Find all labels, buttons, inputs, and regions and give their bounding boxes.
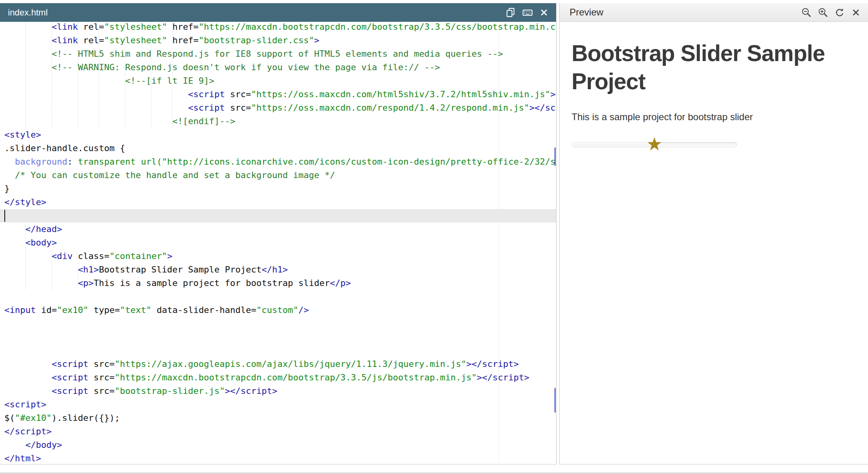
code-line[interactable]: <!-- HTML5 shim and Respond.js for IE8 s… (0, 47, 556, 61)
code-token (4, 35, 52, 45)
code-token: ).slider({}); (52, 413, 120, 423)
code-token: </head> (25, 224, 62, 234)
code-token (4, 359, 52, 369)
code-token: "https://maxcdn.bootstrapcdn.com/bootstr… (115, 372, 477, 382)
code-token (4, 76, 125, 86)
slider-selection (572, 142, 654, 147)
code-token: </p> (330, 278, 351, 288)
code-token: <!--[if lt IE 9]> (125, 76, 214, 86)
code-token: background (15, 157, 67, 167)
keyboard-icon[interactable] (522, 7, 533, 18)
code-token: </h1> (262, 265, 288, 274)
code-token (4, 224, 25, 234)
code-line[interactable]: background: transparent url("http://icon… (0, 155, 556, 169)
code-line[interactable]: <script> (0, 398, 556, 411)
close-icon[interactable] (539, 8, 549, 17)
code-token: type= (88, 305, 120, 315)
code-line[interactable]: </style> (0, 196, 556, 209)
code-line[interactable] (0, 344, 556, 357)
pages-icon[interactable] (505, 7, 516, 18)
refresh-icon[interactable] (834, 7, 845, 18)
code-line[interactable]: } (0, 182, 556, 196)
zoom-in-icon[interactable] (818, 7, 828, 18)
code-line[interactable]: <script src="https://oss.maxcdn.com/resp… (0, 101, 556, 115)
slider-star-handle[interactable]: ★ (646, 135, 662, 153)
code-line[interactable]: <h1>Bootstrap Slider Sample Project</h1> (0, 263, 556, 276)
preview-page-heading: Bootstrap Slider Sample Project (572, 39, 825, 96)
code-line[interactable]: <script src="https://maxcdn.bootstrapcdn… (0, 371, 556, 384)
code-token: <!-- WARNING: Respond.js doesn't work if… (52, 62, 440, 72)
app-window: index.html (0, 0, 868, 474)
code-token: <![endif]--> (172, 116, 235, 126)
bootstrap-slider: ★ (572, 137, 737, 153)
code-token: "https://ajax.googleapis.com/ajax/libs/j… (115, 359, 466, 369)
code-line[interactable] (0, 317, 556, 330)
code-lines-container: <link rel="stylesheet" href="https://max… (0, 22, 556, 464)
code-token: class= (73, 251, 109, 261)
code-token: "https://maxcdn.bootstrapcdn.com/bootstr… (199, 22, 556, 32)
code-line[interactable]: <![endif]--> (0, 115, 556, 128)
code-line[interactable]: <script src="https://oss.maxcdn.com/html… (0, 88, 556, 101)
code-token: </script> (4, 426, 52, 436)
code-line[interactable]: <link rel="stylesheet" href="https://max… (0, 22, 556, 34)
code-line[interactable]: <script src="bootstrap-slider.js"></scri… (0, 384, 556, 398)
code-editor[interactable]: <link rel="stylesheet" href="https://max… (0, 22, 556, 464)
code-token: "stylesheet" (104, 22, 167, 32)
code-token (4, 238, 25, 248)
code-token: src= (88, 386, 115, 396)
code-token: data-slider-handle= (151, 305, 256, 315)
code-line[interactable]: <p>This is a sample project for bootstra… (0, 276, 556, 290)
code-token: ></script> (477, 372, 529, 382)
code-line[interactable]: <script src="https://ajax.googleapis.com… (0, 357, 556, 371)
code-token (4, 386, 52, 396)
code-line[interactable]: .slider-handle.custom { (0, 142, 556, 155)
code-line[interactable] (0, 290, 556, 303)
code-token: id= (36, 305, 57, 315)
code-token: <link (52, 22, 78, 32)
code-token (4, 116, 172, 126)
preview-content: Bootstrap Slider Sample Project This is … (560, 22, 868, 153)
code-line[interactable] (0, 209, 556, 223)
code-line[interactable]: /* You can customize the handle and set … (0, 169, 556, 182)
code-token: <input (4, 305, 36, 315)
code-line[interactable]: <input id="ex10" type="text" data-slider… (0, 303, 556, 317)
code-line[interactable]: $("#ex10").slider({}); (0, 411, 556, 425)
code-line[interactable] (0, 330, 556, 344)
code-token: src= (88, 372, 115, 382)
code-token: "stylesheet" (104, 35, 167, 45)
code-token (4, 157, 15, 167)
code-line[interactable]: </body> (0, 438, 556, 452)
code-token: "ex10" (57, 305, 88, 315)
preview-panel: Preview (559, 3, 868, 464)
preview-page-paragraph: This is a sample project for bootstrap s… (572, 111, 856, 123)
code-line[interactable]: <style> (0, 128, 556, 142)
editor-panel: index.html (0, 3, 556, 464)
code-token: <script (52, 359, 88, 369)
code-token: "bootstrap-slider.js" (115, 386, 225, 396)
code-token: /> (298, 305, 309, 315)
code-token: $( (4, 413, 15, 423)
code-token: src= (88, 359, 115, 369)
editor-titlebar-actions (505, 7, 549, 18)
code-line[interactable]: </html> (0, 452, 556, 464)
code-token: <div (52, 251, 73, 261)
code-token: "text" (120, 305, 151, 315)
zoom-out-icon[interactable] (801, 7, 812, 18)
code-token (4, 170, 15, 180)
code-line[interactable]: </head> (0, 223, 556, 236)
code-line[interactable]: <link rel="stylesheet" href="bootstrap-s… (0, 34, 556, 47)
code-line[interactable]: <!--[if lt IE 9]> (0, 74, 556, 88)
code-line[interactable]: <!-- WARNING: Respond.js doesn't work if… (0, 61, 556, 74)
preview-title: Preview (570, 7, 603, 18)
close-icon[interactable] (851, 8, 861, 17)
code-token: <link (52, 35, 78, 45)
code-token: "bootstrap-slider.css" (199, 35, 314, 45)
code-line[interactable]: </script> (0, 425, 556, 438)
code-line[interactable]: <body> (0, 236, 556, 249)
code-token: <script> (4, 399, 46, 409)
code-token: <script (52, 386, 88, 396)
preview-header-actions (801, 7, 861, 18)
code-line[interactable]: <div class="container"> (0, 249, 556, 263)
code-token: href= (167, 22, 199, 32)
code-token: .slider-handle.custom { (4, 143, 125, 153)
